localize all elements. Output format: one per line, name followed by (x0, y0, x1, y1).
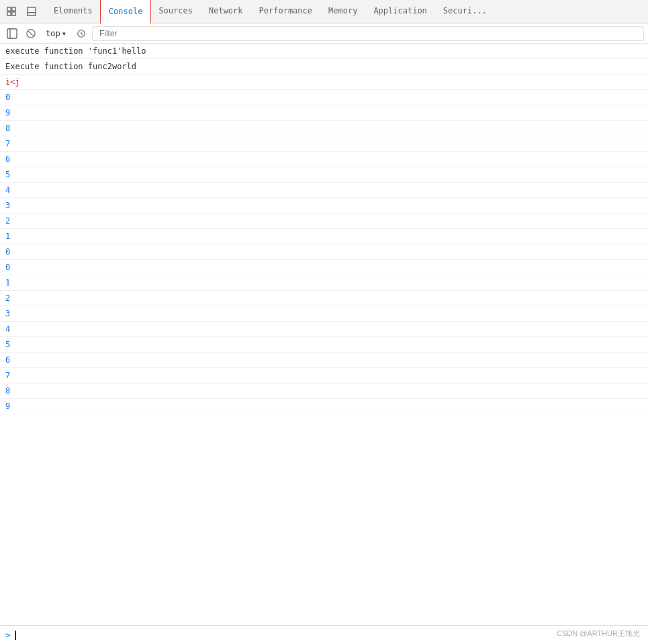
console-line-item: 6 (0, 353, 648, 368)
filter-input[interactable] (95, 28, 641, 40)
tab-sources[interactable]: Sources (150, 0, 201, 24)
watermark: CSDN @ARTHUR王旭光 (557, 629, 640, 639)
console-line-item: 5 (0, 337, 648, 353)
console-line-item: 3 (0, 306, 648, 322)
console-line-item: 7 (0, 136, 648, 152)
tab-bar: Elements Console Sources Network Perform… (0, 0, 648, 24)
svg-rect-0 (7, 7, 11, 11)
console-line-item: 5 (0, 167, 648, 183)
tab-performance[interactable]: Performance (251, 0, 320, 24)
console-line-item: 2 (0, 291, 648, 306)
console-line-item: 2 (0, 214, 648, 229)
console-line-item: 8 (0, 121, 648, 136)
sidebar-toggle-button[interactable] (4, 26, 20, 42)
tab-memory[interactable]: Memory (320, 0, 365, 24)
console-line-item: 9 (0, 105, 648, 121)
svg-rect-2 (7, 12, 11, 15)
tab-console[interactable]: Console (101, 0, 151, 24)
tab-elements[interactable]: Elements (46, 0, 101, 24)
console-line-item: 4 (0, 322, 648, 337)
console-line-item: 0 (0, 260, 648, 275)
main-content: top ▾ execute function 'func1'helloExecu… (0, 24, 648, 644)
console-line-item: 7 (0, 368, 648, 383)
console-line-item: 6 (0, 152, 648, 167)
console-line-item: 8 (0, 383, 648, 399)
clear-console-button[interactable] (23, 26, 39, 42)
devtools-settings-icon[interactable] (3, 3, 20, 20)
devtools-icons (3, 3, 40, 20)
tab-network[interactable]: Network (201, 0, 251, 24)
svg-rect-6 (7, 29, 17, 38)
console-line-item: Execute function func2world (0, 59, 648, 75)
console-line-item: 1 (0, 229, 648, 244)
context-selector[interactable]: top ▾ (42, 28, 71, 40)
svg-line-9 (28, 30, 34, 36)
svg-rect-4 (28, 7, 36, 15)
console-line-item: 0 (0, 90, 648, 105)
console-line-item: 4 (0, 183, 648, 198)
svg-rect-1 (12, 7, 15, 11)
svg-rect-3 (12, 12, 15, 15)
console-line-item: i<j (0, 75, 648, 90)
console-prompt[interactable]: > (0, 625, 648, 644)
preserve-log-button[interactable] (73, 26, 89, 42)
prompt-cursor (15, 631, 16, 640)
tab-application[interactable]: Application (365, 0, 434, 24)
console-line-item: 9 (0, 399, 648, 414)
tab-security[interactable]: Securi... (435, 0, 495, 24)
console-line-item: 3 (0, 198, 648, 214)
prompt-arrow-icon: > (5, 630, 11, 640)
console-line-item: execute function 'func1'hello (0, 44, 648, 59)
chevron-down-icon: ▾ (62, 29, 66, 38)
console-line-item: 0 (0, 244, 648, 260)
console-output: execute function 'func1'helloExecute fun… (0, 44, 648, 625)
console-line-item: 1 (0, 275, 648, 291)
filter-wrapper (92, 26, 644, 41)
drawer-icon[interactable] (23, 3, 40, 20)
console-toolbar: top ▾ (0, 24, 648, 44)
